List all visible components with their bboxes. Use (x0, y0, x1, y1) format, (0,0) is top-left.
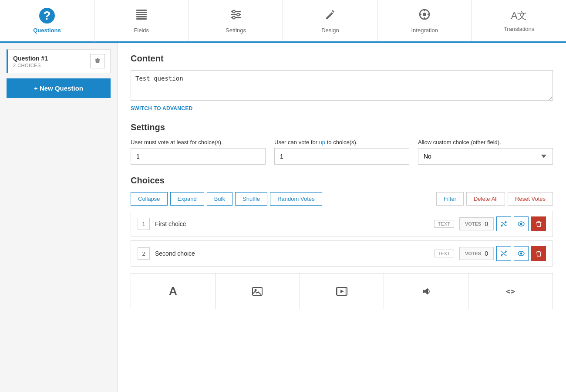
custom-choice-label: Allow custom choice (other field). (418, 139, 553, 145)
add-image-choice-button[interactable] (216, 274, 300, 309)
tab-design[interactable]: Design (283, 0, 377, 41)
settings-row: User must vote at least for choice(s). U… (131, 139, 553, 165)
content-section-title: Content (131, 54, 553, 64)
question-text-input[interactable]: Test question (131, 70, 553, 101)
max-votes-input[interactable] (274, 148, 409, 165)
filter-button[interactable]: Filter (436, 192, 464, 206)
shuffle-choice-1-button[interactable] (496, 216, 511, 231)
choice-label-2: Second choice (155, 250, 429, 257)
tab-fields[interactable]: Fields (94, 0, 189, 41)
tab-questions[interactable]: ? Questions (0, 0, 94, 43)
delete-question-button[interactable] (90, 54, 105, 68)
choice-number-2: 2 (138, 247, 150, 260)
min-votes-label: User must vote at least for choice(s). (131, 139, 266, 145)
choices-section-title: Choices (131, 176, 553, 186)
choice-type-badge-1: TEXT (434, 220, 454, 228)
bulk-button[interactable]: Bulk (207, 192, 232, 206)
questions-icon: ? (39, 8, 55, 24)
fields-icon (135, 8, 148, 24)
svg-point-8 (232, 10, 235, 13)
settings-section: Settings User must vote at least for cho… (131, 122, 553, 165)
votes-count-2: 0 (485, 250, 488, 257)
svg-rect-25 (345, 287, 347, 295)
new-question-button[interactable]: + New Question (7, 78, 111, 98)
up-text: up (319, 139, 325, 145)
choices-toolbar-left: Collapse Expand Bulk Shuffle Random Vote… (131, 192, 322, 206)
votes-count-1: 0 (485, 220, 488, 227)
tab-questions-label: Questions (33, 27, 61, 34)
app-container: ? Questions Fields (0, 0, 566, 392)
choice-label-1: First choice (155, 220, 429, 227)
custom-choice-field: Allow custom choice (other field). No Ye… (418, 139, 553, 165)
svg-rect-4 (136, 18, 147, 20)
svg-rect-24 (337, 287, 338, 295)
reset-votes-button[interactable]: Reset Votes (508, 192, 553, 206)
question-item-1[interactable]: Question #1 2 CHOICES (7, 49, 111, 73)
translations-icon: A文 (511, 9, 527, 22)
choice-row-1: 1 First choice TEXT VOTES 0 (131, 211, 553, 237)
shuffle-button[interactable]: Shuffle (235, 192, 267, 206)
svg-point-10 (232, 16, 235, 19)
add-code-choice-button[interactable]: <> (468, 274, 553, 309)
votes-label-1: VOTES (465, 221, 481, 226)
tab-integration-label: Integration (411, 27, 438, 34)
svg-point-20 (520, 253, 522, 255)
svg-point-9 (237, 13, 239, 16)
question-item-title: Question #1 (13, 55, 48, 62)
sidebar: Question #1 2 CHOICES + New Question (0, 43, 118, 392)
add-video-choice-button[interactable] (300, 274, 384, 309)
delete-choice-1-button[interactable] (531, 216, 546, 231)
settings-icon (230, 8, 242, 24)
expand-button[interactable]: Expand (170, 192, 204, 206)
max-votes-field: User can vote for up to choice(s). (274, 139, 409, 165)
svg-point-12 (423, 13, 426, 16)
tab-settings[interactable]: Settings (189, 0, 283, 41)
choice-actions-2: VOTES 0 (459, 246, 546, 261)
integration-icon (418, 8, 431, 24)
min-votes-input[interactable] (131, 148, 266, 165)
tab-fields-label: Fields (134, 27, 149, 34)
svg-rect-2 (136, 14, 147, 15)
switch-to-advanced-link[interactable]: SWITCH TO ADVANCED (131, 105, 193, 112)
tab-design-label: Design (321, 27, 339, 34)
svg-rect-3 (136, 16, 147, 17)
add-audio-choice-button[interactable] (384, 274, 468, 309)
votes-label-2: VOTES (465, 251, 481, 256)
votes-display-2: VOTES 0 (459, 247, 494, 260)
custom-choice-select[interactable]: No Yes (418, 148, 553, 165)
choices-toolbar: Collapse Expand Bulk Shuffle Random Vote… (131, 192, 553, 206)
question-item-info: Question #1 2 CHOICES (13, 55, 48, 68)
question-item-subtitle: 2 CHOICES (13, 63, 48, 68)
collapse-button[interactable]: Collapse (131, 192, 168, 206)
tab-translations[interactable]: A文 Translations (472, 0, 566, 41)
votes-display-1: VOTES 0 (459, 217, 494, 230)
main-layout: Question #1 2 CHOICES + New Question Con… (0, 43, 566, 392)
svg-rect-1 (136, 12, 147, 13)
choice-row-2: 2 Second choice TEXT VOTES 0 (131, 240, 553, 267)
choice-number-1: 1 (138, 218, 150, 230)
shuffle-choice-2-button[interactable] (496, 246, 511, 261)
choice-actions-1: VOTES 0 (459, 216, 546, 231)
random-votes-button[interactable]: Random Votes (270, 192, 322, 206)
add-choice-types: A (131, 273, 553, 309)
delete-all-button[interactable]: Delete All (466, 192, 505, 206)
svg-rect-0 (136, 10, 147, 11)
content-area: Content Test question SWITCH TO ADVANCED… (118, 43, 566, 392)
tab-translations-label: Translations (504, 26, 534, 32)
svg-point-22 (255, 289, 257, 291)
view-choice-1-button[interactable] (514, 216, 529, 231)
choice-type-badge-2: TEXT (434, 250, 454, 257)
view-choice-2-button[interactable] (514, 246, 529, 261)
choices-toolbar-right: Filter Delete All Reset Votes (436, 192, 553, 206)
settings-section-title: Settings (131, 122, 553, 132)
tab-integration[interactable]: Integration (377, 0, 472, 41)
top-nav: ? Questions Fields (0, 0, 566, 43)
tab-settings-label: Settings (226, 27, 246, 34)
design-icon (324, 8, 336, 24)
svg-point-18 (520, 223, 522, 225)
choices-section: Choices Collapse Expand Bulk Shuffle Ran… (131, 176, 553, 309)
min-votes-field: User must vote at least for choice(s). (131, 139, 266, 165)
max-votes-label: User can vote for up to choice(s). (274, 139, 409, 145)
delete-choice-2-button[interactable] (531, 246, 546, 261)
add-text-choice-button[interactable]: A (131, 274, 216, 309)
